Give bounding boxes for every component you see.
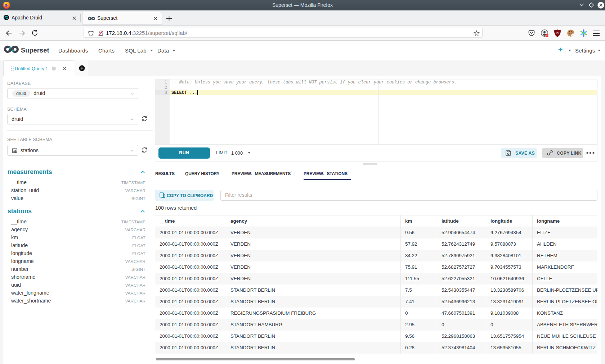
svg-text:uO: uO [556, 31, 559, 34]
